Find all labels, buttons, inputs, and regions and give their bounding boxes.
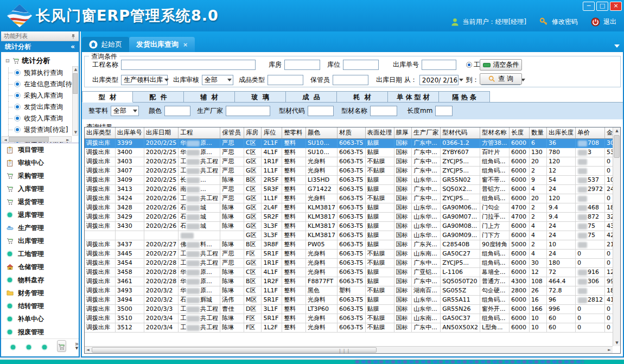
tab-home[interactable]: 起始页 (82, 37, 129, 52)
cart-button[interactable] (57, 340, 66, 352)
sidebar-item-出库管理[interactable]: 出库管理 (1, 234, 79, 247)
table-row[interactable]: 调拨出库34282020/2/26石城陈琳G区2L4F整料KLM38176063… (85, 203, 620, 212)
whole-piece-select[interactable]: 全部 (111, 106, 139, 116)
table-row[interactable]: 调拨出库34372020/2/27佛料...陈琳B区3R8F整料PW056063… (85, 240, 620, 249)
column-header[interactable]: 出库单号 (115, 127, 144, 138)
sidebar-item-仓储管理[interactable]: 仓储管理 (1, 260, 79, 273)
column-header[interactable]: 长度 (510, 127, 530, 138)
scroll-up-icon[interactable]: ▲ (73, 67, 79, 72)
sidebar-item-入库管理[interactable]: 入库管理 (1, 182, 79, 195)
column-header[interactable]: 出库长度 (546, 127, 575, 138)
material-tab[interactable]: 隔 热 条 (439, 91, 490, 103)
tree-collapse-icon[interactable]: ⊟ (5, 58, 10, 63)
scroll-down-icon[interactable]: ▼ (613, 341, 621, 345)
table-row[interactable]: 调拨出库34932020/3/2华原...陈琳C区1L1F整料黑色塑料不贴膜国标… (85, 286, 620, 295)
column-header[interactable]: 保管员 (220, 127, 244, 138)
material-tab[interactable]: 辅 材 (184, 91, 235, 103)
collapse-icon[interactable]: « (71, 43, 75, 50)
profile-code-input[interactable] (308, 106, 334, 116)
out-type-select[interactable]: 生产领料出库 (121, 75, 168, 85)
material-tab[interactable]: 玻 璃 (235, 91, 286, 103)
material-tab[interactable]: 单 体 型 材 (388, 91, 439, 103)
stats-section-header[interactable]: 统计分析 « (1, 41, 79, 52)
close-button[interactable]: × (610, 2, 622, 11)
column-header[interactable]: 表面处理 (365, 127, 394, 138)
table-row[interactable]: 调拨出库34132020/2/26南...严思C区5R3F整料G71422606… (85, 184, 620, 194)
table-row[interactable]: 调拨出库34242020/2/26工共工程严思G区1L1F整料光身料6063-T… (85, 194, 620, 203)
column-header[interactable]: 材质 (337, 127, 365, 138)
table-row[interactable]: 调拨出库34302020/2/26石城陈琳G区3L3F整料KLM38176063… (85, 221, 620, 231)
project-name-input[interactable] (121, 60, 256, 70)
material-tab[interactable]: 成 品 (286, 91, 337, 103)
column-header[interactable]: 膜厚 (394, 127, 412, 138)
table-vertical-scrollbar[interactable]: ▲ ▼ (613, 127, 620, 346)
pin-icon[interactable] (71, 34, 76, 39)
tree-item[interactable]: 预算执行查询 (1, 67, 79, 79)
scroll-left-icon[interactable]: ◄ (2, 137, 9, 143)
column-header[interactable]: 单价 (575, 127, 604, 138)
tab-list-dropdown-icon[interactable] (614, 44, 620, 48)
tree-item[interactable]: 在途信息查询[待 (1, 79, 79, 90)
dot-icon[interactable] (26, 342, 33, 349)
product-type-input[interactable] (268, 75, 303, 85)
dot-icon[interactable] (10, 342, 17, 349)
table-row[interactable]: G区3L3F整料KLM38176063-T5贴膜国标山东华...GA90M09.… (85, 231, 620, 240)
tree-root-node[interactable]: ⊟ 统计分析 (1, 52, 79, 67)
column-header[interactable]: 库房 (244, 127, 262, 138)
table-row[interactable]: 调拨出库34612020/2/28华原...陈琳B区1R2F整料F8877FT6… (85, 277, 620, 286)
table-row[interactable]: 调拨出库35002020/3/3工共工程曹佳D区3L1F整料LT3P606063… (85, 304, 620, 314)
column-header[interactable]: 型材代码 (441, 127, 480, 138)
tree-horizontal-scrollbar[interactable]: ◄ ► (2, 136, 72, 142)
date-from-select[interactable]: 2020/ 2/16 (419, 75, 459, 85)
column-header[interactable]: 出库类型 (85, 127, 115, 138)
column-header[interactable]: 数量 (529, 127, 546, 138)
maximize-button[interactable]: □ (596, 2, 608, 11)
column-header[interactable]: 颜色 (306, 127, 338, 138)
scroll-right-icon[interactable]: ► (65, 137, 71, 143)
material-tab[interactable]: 型 材 (82, 91, 133, 103)
sidebar-item-物料盘存[interactable]: 物料盘存 (1, 273, 79, 286)
sidebar-item-退库管理[interactable]: 退库管理 (1, 208, 79, 221)
tab-shipping-outbound-query[interactable]: 发货出库查询 × (129, 37, 195, 52)
table-row[interactable]: 调拨出库34092020/2/25长...陈琳B区2R5F整料LI35HD606… (85, 175, 620, 184)
logout-link[interactable]: 退出 (603, 17, 616, 27)
sidebar-item-审核中心[interactable]: 审核中心 (1, 156, 79, 169)
table-row[interactable]: 调拨出库35102020/3/4工共工程陈琳F区5R1F整料光身料6063-T5… (85, 314, 620, 323)
material-tab[interactable]: 耗 材 (337, 91, 388, 103)
table-row[interactable]: 调拨出库34542020/2/28工共工程严思G区1R1F整料光身料6063-T… (85, 258, 620, 267)
scroll-left-icon[interactable]: ◄ (85, 347, 91, 354)
table-row[interactable]: 调拨出库34292020/2/26石城陈琳G区5R2F整料KLM38176063… (85, 212, 620, 221)
sidebar-item-工地管理[interactable]: 工地管理 (1, 247, 79, 260)
sidebar-item-报废管理[interactable]: 报废管理 (1, 325, 79, 339)
dot-icon[interactable] (41, 342, 48, 349)
sidebar-item-采购管理[interactable]: 采购管理 (1, 169, 79, 182)
column-header[interactable]: 库位 (262, 127, 282, 138)
tree-item[interactable]: 发货出库查询 (1, 101, 79, 113)
table-row[interactable]: 调拨出库34072020/2/25工共工程严思G区1L1F整料光身料6063-T… (85, 166, 620, 175)
scroll-right-icon[interactable]: ► (606, 347, 613, 354)
location-input[interactable] (343, 60, 379, 70)
keeper-input[interactable] (333, 75, 368, 85)
tree-vertical-scrollbar[interactable]: ▲ ▼ (72, 66, 78, 136)
table-row[interactable]: 调拨出库35122020/3/4工共工程陈琳F区1L2F整料光身料6063-T5… (85, 323, 620, 332)
factory-input[interactable] (226, 106, 270, 116)
sidebar-item-财务管理[interactable]: 财务管理 (1, 286, 79, 299)
table-row[interactable]: 调拨出库34452020/2/27工共工程严思F区5R1F整料光身料6063-T… (85, 249, 620, 258)
scroll-down-icon[interactable]: ▼ (73, 130, 79, 135)
table-horizontal-scrollbar[interactable]: ◄ ❘❘❘ ► (85, 346, 613, 353)
scroll-up-icon[interactable]: ▲ (613, 129, 621, 133)
table-row[interactable]: 调拨出库34582020/2/28华原...陈琳C区4L1F整料光身料6063-… (85, 267, 620, 277)
length-input[interactable] (435, 106, 453, 116)
warehouse-input[interactable] (284, 60, 320, 70)
column-header[interactable]: 生产厂家 (412, 127, 441, 138)
table-row[interactable]: 调拨出库33992020/2/25华原...严思C区2L1F整料SU10...6… (85, 138, 620, 148)
column-header[interactable]: 型材名称 (480, 127, 510, 138)
column-header[interactable]: 整零料 (282, 127, 306, 138)
order-no-input[interactable] (422, 60, 456, 70)
table-row[interactable]: 调拨出库34942020/3/2石辉城汤伟M区5R1F整料光身料6063-T5贴… (85, 295, 620, 304)
sidebar-item-退货管理[interactable]: 退货管理 (1, 195, 79, 208)
audit-select[interactable]: 全部 (202, 75, 233, 85)
table-row[interactable]: 调拨出库34002020/2/25华原...严思C区4L1F整料SU10...6… (85, 148, 620, 157)
column-header[interactable]: 出库日期 (144, 127, 178, 138)
search-button[interactable]: 查 询 (480, 73, 522, 85)
